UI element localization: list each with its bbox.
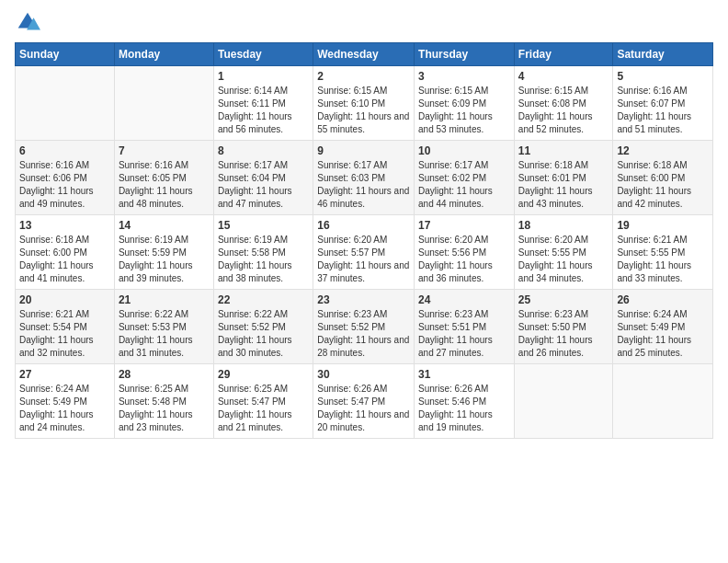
day-number: 13 <box>19 219 110 232</box>
day-info: Sunrise: 6:15 AMSunset: 6:09 PMDaylight:… <box>418 85 510 136</box>
week-row-2: 6Sunrise: 6:16 AMSunset: 6:06 PMDaylight… <box>16 141 713 215</box>
week-row-1: 1Sunrise: 6:14 AMSunset: 6:11 PMDaylight… <box>16 66 713 141</box>
calendar-cell: 4Sunrise: 6:15 AMSunset: 6:08 PMDaylight… <box>514 66 613 141</box>
calendar-cell: 18Sunrise: 6:20 AMSunset: 5:55 PMDayligh… <box>514 215 613 290</box>
calendar-cell: 27Sunrise: 6:24 AMSunset: 5:49 PMDayligh… <box>16 364 115 439</box>
calendar-cell: 11Sunrise: 6:18 AMSunset: 6:01 PMDayligh… <box>514 141 613 215</box>
day-number: 31 <box>418 368 510 381</box>
day-number: 19 <box>617 219 709 232</box>
calendar-cell: 22Sunrise: 6:22 AMSunset: 5:52 PMDayligh… <box>213 290 313 364</box>
weekday-header-sunday: Sunday <box>16 43 115 66</box>
day-info: Sunrise: 6:21 AMSunset: 5:54 PMDaylight:… <box>19 308 110 360</box>
weekday-header-tuesday: Tuesday <box>213 43 313 66</box>
calendar-cell: 8Sunrise: 6:17 AMSunset: 6:04 PMDaylight… <box>213 141 313 215</box>
weekday-header-friday: Friday <box>514 43 613 66</box>
day-info: Sunrise: 6:20 AMSunset: 5:56 PMDaylight:… <box>418 234 510 285</box>
calendar-cell: 9Sunrise: 6:17 AMSunset: 6:03 PMDaylight… <box>313 141 415 215</box>
day-info: Sunrise: 6:23 AMSunset: 5:51 PMDaylight:… <box>418 308 510 360</box>
day-info: Sunrise: 6:25 AMSunset: 5:47 PMDaylight:… <box>218 383 309 434</box>
day-info: Sunrise: 6:16 AMSunset: 6:05 PMDaylight:… <box>119 159 210 211</box>
header <box>15 9 713 35</box>
calendar-cell: 19Sunrise: 6:21 AMSunset: 5:55 PMDayligh… <box>613 215 713 290</box>
day-info: Sunrise: 6:17 AMSunset: 6:03 PMDaylight:… <box>317 159 410 211</box>
calendar-cell: 23Sunrise: 6:23 AMSunset: 5:52 PMDayligh… <box>313 290 415 364</box>
day-number: 16 <box>317 219 410 232</box>
day-number: 27 <box>19 368 110 381</box>
day-info: Sunrise: 6:26 AMSunset: 5:46 PMDaylight:… <box>418 383 510 434</box>
day-info: Sunrise: 6:22 AMSunset: 5:53 PMDaylight:… <box>119 308 210 360</box>
day-number: 9 <box>317 144 410 157</box>
calendar-cell <box>114 66 213 141</box>
day-number: 21 <box>119 293 210 306</box>
day-info: Sunrise: 6:18 AMSunset: 6:00 PMDaylight:… <box>617 159 709 211</box>
day-info: Sunrise: 6:19 AMSunset: 5:59 PMDaylight:… <box>119 234 210 285</box>
day-info: Sunrise: 6:16 AMSunset: 6:07 PMDaylight:… <box>617 85 709 136</box>
day-number: 2 <box>317 70 410 83</box>
weekday-header-saturday: Saturday <box>613 43 713 66</box>
weekday-header-wednesday: Wednesday <box>313 43 415 66</box>
calendar-cell: 26Sunrise: 6:24 AMSunset: 5:49 PMDayligh… <box>613 290 713 364</box>
day-number: 17 <box>418 219 510 232</box>
calendar-cell: 30Sunrise: 6:26 AMSunset: 5:47 PMDayligh… <box>313 364 415 439</box>
day-number: 18 <box>518 219 609 232</box>
day-info: Sunrise: 6:17 AMSunset: 6:04 PMDaylight:… <box>218 159 309 211</box>
calendar-cell: 16Sunrise: 6:20 AMSunset: 5:57 PMDayligh… <box>313 215 415 290</box>
calendar-cell <box>514 364 613 439</box>
day-number: 6 <box>19 144 110 157</box>
logo <box>15 9 44 35</box>
day-number: 14 <box>119 219 210 232</box>
day-number: 26 <box>617 293 709 306</box>
day-info: Sunrise: 6:18 AMSunset: 6:01 PMDaylight:… <box>518 159 609 211</box>
day-info: Sunrise: 6:23 AMSunset: 5:52 PMDaylight:… <box>317 308 410 360</box>
calendar-cell <box>16 66 115 141</box>
calendar-cell: 6Sunrise: 6:16 AMSunset: 6:06 PMDaylight… <box>16 141 115 215</box>
day-info: Sunrise: 6:24 AMSunset: 5:49 PMDaylight:… <box>19 383 110 434</box>
calendar-cell: 31Sunrise: 6:26 AMSunset: 5:46 PMDayligh… <box>415 364 515 439</box>
calendar-cell: 7Sunrise: 6:16 AMSunset: 6:05 PMDaylight… <box>114 141 213 215</box>
day-info: Sunrise: 6:15 AMSunset: 6:08 PMDaylight:… <box>518 85 609 136</box>
calendar-cell: 12Sunrise: 6:18 AMSunset: 6:00 PMDayligh… <box>613 141 713 215</box>
calendar-cell: 20Sunrise: 6:21 AMSunset: 5:54 PMDayligh… <box>16 290 115 364</box>
day-info: Sunrise: 6:25 AMSunset: 5:48 PMDaylight:… <box>119 383 210 434</box>
week-row-3: 13Sunrise: 6:18 AMSunset: 6:00 PMDayligh… <box>16 215 713 290</box>
day-number: 12 <box>617 144 709 157</box>
day-number: 28 <box>119 368 210 381</box>
day-number: 30 <box>317 368 410 381</box>
day-number: 1 <box>218 70 309 83</box>
calendar-cell: 1Sunrise: 6:14 AMSunset: 6:11 PMDaylight… <box>213 66 313 141</box>
calendar-cell: 5Sunrise: 6:16 AMSunset: 6:07 PMDaylight… <box>613 66 713 141</box>
day-number: 24 <box>418 293 510 306</box>
day-number: 20 <box>19 293 110 306</box>
day-number: 4 <box>518 70 609 83</box>
weekday-header-row: SundayMondayTuesdayWednesdayThursdayFrid… <box>16 43 713 66</box>
calendar-cell: 21Sunrise: 6:22 AMSunset: 5:53 PMDayligh… <box>114 290 213 364</box>
day-info: Sunrise: 6:19 AMSunset: 5:58 PMDaylight:… <box>218 234 309 285</box>
day-info: Sunrise: 6:23 AMSunset: 5:50 PMDaylight:… <box>518 308 609 360</box>
day-info: Sunrise: 6:20 AMSunset: 5:57 PMDaylight:… <box>317 234 410 285</box>
calendar-cell: 10Sunrise: 6:17 AMSunset: 6:02 PMDayligh… <box>415 141 515 215</box>
day-info: Sunrise: 6:18 AMSunset: 6:00 PMDaylight:… <box>19 234 110 285</box>
calendar-cell: 17Sunrise: 6:20 AMSunset: 5:56 PMDayligh… <box>415 215 515 290</box>
day-number: 7 <box>119 144 210 157</box>
day-info: Sunrise: 6:22 AMSunset: 5:52 PMDaylight:… <box>218 308 309 360</box>
calendar-cell: 2Sunrise: 6:15 AMSunset: 6:10 PMDaylight… <box>313 66 415 141</box>
day-info: Sunrise: 6:14 AMSunset: 6:11 PMDaylight:… <box>218 85 309 136</box>
day-info: Sunrise: 6:15 AMSunset: 6:10 PMDaylight:… <box>317 85 410 136</box>
calendar-cell <box>613 364 713 439</box>
calendar-cell: 13Sunrise: 6:18 AMSunset: 6:00 PMDayligh… <box>16 215 115 290</box>
day-info: Sunrise: 6:16 AMSunset: 6:06 PMDaylight:… <box>19 159 110 211</box>
day-info: Sunrise: 6:26 AMSunset: 5:47 PMDaylight:… <box>317 383 410 434</box>
logo-icon <box>15 9 40 35</box>
day-info: Sunrise: 6:21 AMSunset: 5:55 PMDaylight:… <box>617 234 709 285</box>
day-number: 29 <box>218 368 309 381</box>
day-number: 22 <box>218 293 309 306</box>
calendar-page: SundayMondayTuesdayWednesdayThursdayFrid… <box>0 0 728 563</box>
calendar-table: SundayMondayTuesdayWednesdayThursdayFrid… <box>15 42 713 439</box>
day-number: 5 <box>617 70 709 83</box>
day-number: 25 <box>518 293 609 306</box>
week-row-4: 20Sunrise: 6:21 AMSunset: 5:54 PMDayligh… <box>16 290 713 364</box>
day-info: Sunrise: 6:17 AMSunset: 6:02 PMDaylight:… <box>418 159 510 211</box>
calendar-cell: 14Sunrise: 6:19 AMSunset: 5:59 PMDayligh… <box>114 215 213 290</box>
calendar-cell: 28Sunrise: 6:25 AMSunset: 5:48 PMDayligh… <box>114 364 213 439</box>
weekday-header-monday: Monday <box>114 43 213 66</box>
